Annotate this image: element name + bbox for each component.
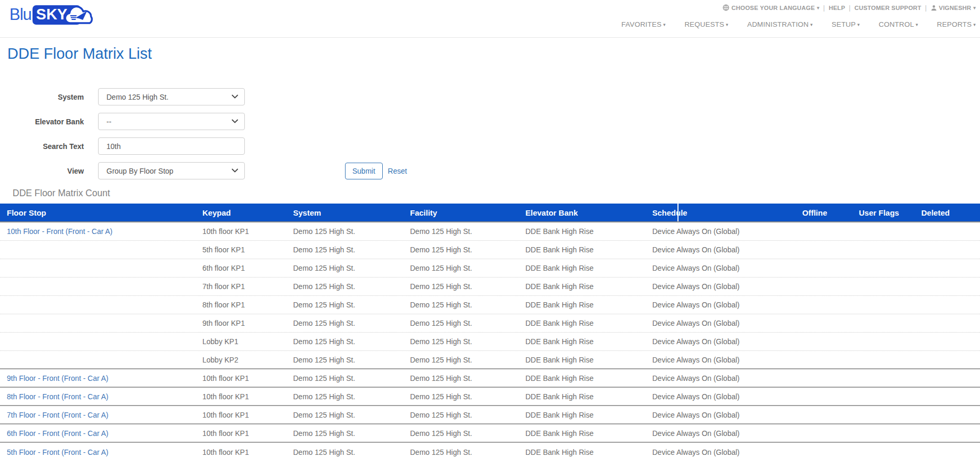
column-header-schedule[interactable]: Schedule [645,208,795,217]
column-header-elevator-bank[interactable]: Elevator Bank [519,208,645,217]
view-select[interactable]: Group By Floor Stop [98,162,245,179]
column-header-facility[interactable]: Facility [403,208,519,217]
table-cell-facility: Demo 125 High St. [403,227,519,236]
floor-stop-link[interactable]: 7th Floor - Front (Front - Car A) [7,411,109,419]
table-body: 10th Floor - Front (Front - Car A)10th f… [0,222,980,458]
app-logo[interactable]: Blu SKY [9,4,95,25]
table-cell-schedule: Device Always On (Global) [645,264,795,272]
nav-requests[interactable]: REQUESTS ▾ [684,20,728,28]
table-row: Lobby KP1Demo 125 High St.Demo 125 High … [0,333,980,351]
table-cell-schedule: Device Always On (Global) [645,227,795,236]
table-cell-keypad: 10th floor KP1 [196,374,286,382]
table-cell-system: Demo 125 High St. [286,411,403,419]
column-divider [677,204,679,221]
chevron-down-icon: ▾ [916,22,918,27]
customer-support-link[interactable]: CUSTOMER SUPPORT [854,5,921,11]
chevron-down-icon: ▾ [726,22,728,27]
table-cell-keypad: 9th floor KP1 [196,319,286,327]
table-row: 5th Floor - Front (Front - Car A)10th fl… [0,443,980,458]
table-row: 5th floor KP1Demo 125 High St.Demo 125 H… [0,241,980,259]
chevron-down-icon [232,168,238,173]
table-cell-keypad: 10th floor KP1 [196,429,286,438]
floor-stop-link[interactable]: 8th Floor - Front (Front - Car A) [7,392,109,401]
table-row: 6th floor KP1Demo 125 High St.Demo 125 H… [0,259,980,278]
chevron-down-icon: ▾ [817,5,820,10]
user-menu[interactable]: VIGNESHR ▾ [931,5,976,11]
table-cell-elevator-bank: DDE Bank High Rise [519,374,645,382]
table-cell-elevator-bank: DDE Bank High Rise [519,319,645,327]
table-cell-system: Demo 125 High St. [286,448,403,456]
table-cell-facility: Demo 125 High St. [403,282,519,291]
floor-stop-link[interactable]: 9th Floor - Front (Front - Car A) [7,374,109,382]
table-cell-system: Demo 125 High St. [286,356,403,364]
view-label: View [0,167,84,175]
column-header-user-flags[interactable]: User Flags [852,208,914,217]
nav-administration[interactable]: ADMINISTRATION ▾ [747,20,813,28]
table-cell-keypad: 10th floor KP1 [196,411,286,419]
nav-control[interactable]: CONTROL ▾ [879,20,918,28]
table-cell-facility: Demo 125 High St. [403,337,519,346]
chevron-down-icon: ▾ [663,22,666,27]
chevron-down-icon: ▾ [810,22,813,27]
table-cell-facility: Demo 125 High St. [403,264,519,272]
utility-bar: CHOOSE YOUR LANGUAGE ▾ | HELP | CUSTOMER… [621,4,976,12]
nav-setup[interactable]: SETUP ▾ [832,20,860,28]
username-label: VIGNESHR [939,5,972,11]
table-cell-system: Demo 125 High St. [286,301,403,309]
table-cell-elevator-bank: DDE Bank High Rise [519,392,645,401]
table-cell-system: Demo 125 High St. [286,264,403,272]
nav-reports[interactable]: REPORTS ▾ [937,20,976,28]
column-header-offline[interactable]: Offline [795,208,852,217]
column-header-keypad[interactable]: Keypad [196,208,286,217]
column-header-deleted[interactable]: Deleted [914,208,980,217]
nav-favorites[interactable]: FAVORITES ▾ [621,20,665,28]
floor-stop-link[interactable]: 5th Floor - Front (Front - Car A) [7,448,109,456]
floor-matrix-table: Floor Stop Keypad System Facility Elevat… [0,204,980,458]
table-cell-keypad: 10th floor KP1 [196,448,286,456]
elevator-bank-select[interactable]: -- [98,113,245,130]
separator: | [823,4,825,12]
table-cell-elevator-bank: DDE Bank High Rise [519,337,645,346]
table-cell-facility: Demo 125 High St. [403,246,519,254]
table-row: 6th Floor - Front (Front - Car A)10th fl… [0,424,980,443]
table-cell-elevator-bank: DDE Bank High Rise [519,356,645,364]
table-cell-schedule: Device Always On (Global) [645,246,795,254]
table-cell-system: Demo 125 High St. [286,246,403,254]
table-cell-keypad: 7th floor KP1 [196,282,286,291]
table-cell-facility: Demo 125 High St. [403,392,519,401]
chevron-down-icon [232,119,238,123]
reset-link[interactable]: Reset [388,167,407,175]
submit-button[interactable]: Submit [345,163,383,179]
separator: | [925,4,927,12]
table-cell-facility: Demo 125 High St. [403,374,519,382]
table-cell-floor-stop: 7th Floor - Front (Front - Car A) [0,411,196,419]
table-cell-floor-stop: 10th Floor - Front (Front - Car A) [0,227,196,236]
chevron-down-icon: ▾ [973,22,976,27]
table-row: 7th Floor - Front (Front - Car A)10th fl… [0,406,980,424]
table-cell-schedule: Device Always On (Global) [645,319,795,327]
table-cell-system: Demo 125 High St. [286,319,403,327]
elevator-bank-label: Elevator Bank [0,118,84,126]
table-cell-keypad: Lobby KP1 [196,337,286,346]
table-cell-elevator-bank: DDE Bank High Rise [519,448,645,456]
column-header-floor-stop[interactable]: Floor Stop [0,208,196,217]
table-cell-schedule: Device Always On (Global) [645,282,795,291]
help-link[interactable]: HELP [828,5,845,11]
floor-stop-link[interactable]: 10th Floor - Front (Front - Car A) [7,227,113,236]
system-label: System [0,93,84,101]
table-cell-schedule: Device Always On (Global) [645,337,795,346]
language-menu[interactable]: CHOOSE YOUR LANGUAGE ▾ [723,4,820,11]
table-cell-facility: Demo 125 High St. [403,319,519,327]
column-header-system[interactable]: System [286,208,403,217]
floor-stop-link[interactable]: 6th Floor - Front (Front - Car A) [7,429,109,438]
table-cell-keypad: 10th floor KP1 [196,392,286,401]
table-row: 8th floor KP1Demo 125 High St.Demo 125 H… [0,296,980,314]
table-cell-facility: Demo 125 High St. [403,301,519,309]
search-text-input[interactable] [98,137,245,155]
table-cell-schedule: Device Always On (Global) [645,374,795,382]
table-cell-system: Demo 125 High St. [286,392,403,401]
system-select[interactable]: Demo 125 High St. [98,88,245,105]
table-cell-elevator-bank: DDE Bank High Rise [519,246,645,254]
chevron-down-icon [232,94,238,99]
filter-form: System Demo 125 High St. Elevator Bank -… [0,88,980,179]
